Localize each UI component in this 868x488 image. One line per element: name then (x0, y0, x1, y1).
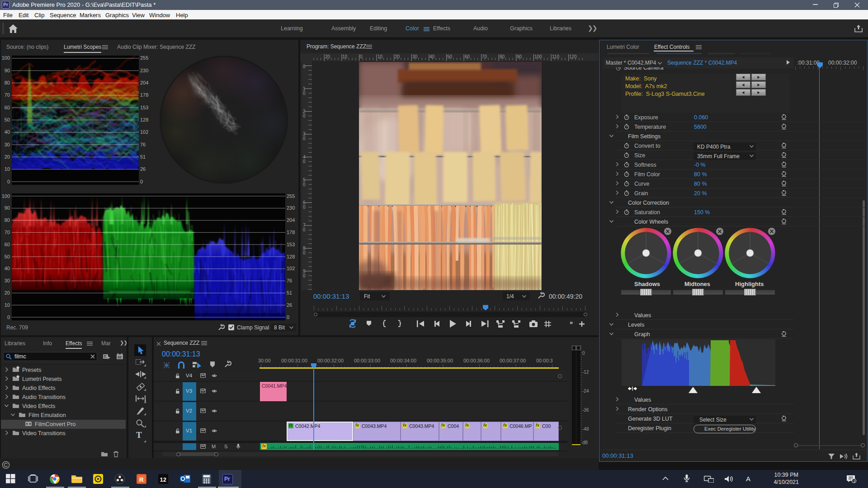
svg-text:12: 12 (160, 476, 166, 483)
svg-text:32: 32 (118, 355, 122, 359)
svg-text:R: R (139, 476, 144, 483)
svg-text:1: 1 (853, 479, 855, 483)
svg-text:»: » (570, 319, 573, 326)
